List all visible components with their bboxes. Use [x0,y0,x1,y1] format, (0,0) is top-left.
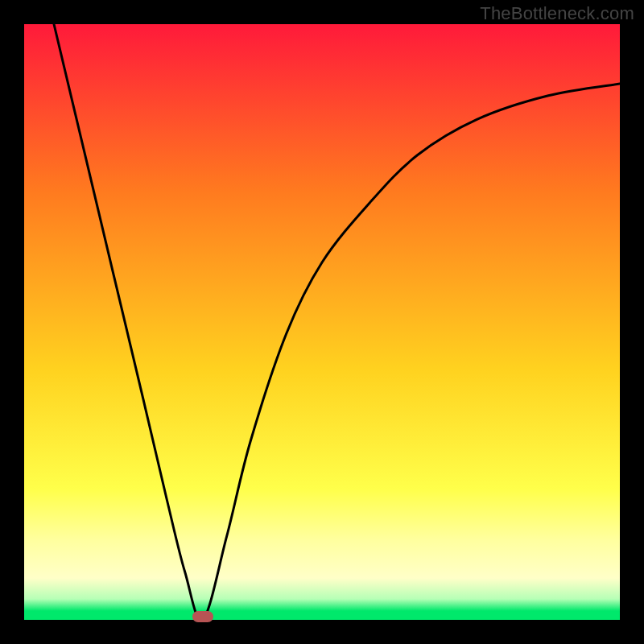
background-gradient [24,24,620,620]
plot-area [24,24,620,620]
chart-frame: TheBottleneck.com [0,0,644,644]
min-point-marker [192,611,213,622]
watermark-text: TheBottleneck.com [480,3,634,24]
svg-rect-0 [24,24,620,620]
